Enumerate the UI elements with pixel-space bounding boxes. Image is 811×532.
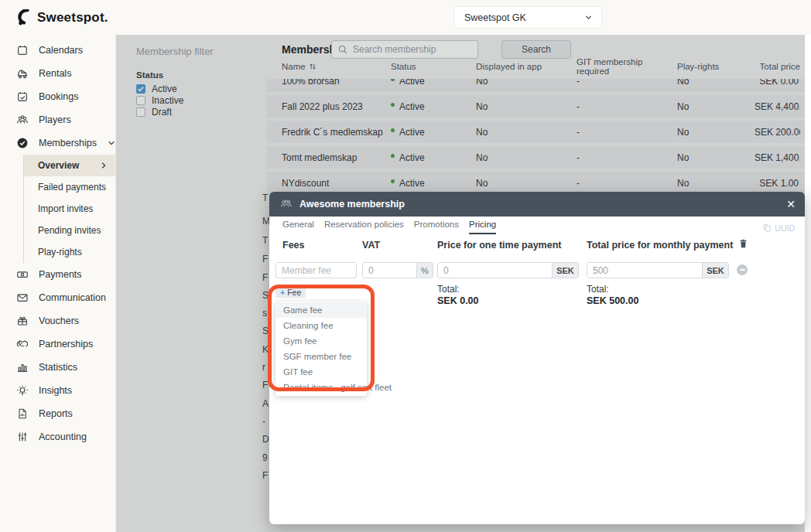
monthly-price-input-group: SEK [587,262,729,278]
modal-header: Awesome membership ✕ [269,192,805,217]
lightbulb-icon [16,384,29,397]
sidebar-subitem-label: Play-rights [38,247,82,257]
tab-reservation-policies[interactable]: Reservation policies [324,220,404,234]
tab-pricing[interactable]: Pricing [469,220,496,234]
sidebar-item-label: Calendars [39,45,83,56]
top-bar: Sweetspot. Sweetspot GK [0,0,811,35]
sidebar-item-label: Communication [39,292,106,303]
sidebar-item-reports[interactable]: Reports [0,402,115,425]
sidebar-item-vouchers[interactable]: Vouchers [0,309,115,332]
add-fee-button[interactable]: + Fee [275,286,306,298]
sidebar-subitem-label: Failed payments [38,182,106,193]
sidebar-item-label: Memberships [39,138,97,148]
bar-chart-icon [16,361,29,373]
sidebar-item-label: Bookings [39,91,78,102]
one-time-total-label: Total: [437,284,460,295]
membership-edit-modal: Awesome membership ✕ GeneralReservation … [269,192,805,524]
sidebar-item-pending-invites[interactable]: Pending invites [24,220,115,241]
fee-option-game-fee[interactable]: Game fee [275,302,367,318]
club-selector-dropdown[interactable]: Sweetspot GK [454,7,601,28]
tab-promotions[interactable]: Promotions [414,220,459,234]
remove-row-icon[interactable] [737,264,748,275]
fee-type-dropdown: Game feeCleaning feeGym feeSGF member fe… [275,302,367,396]
percent-suffix: % [416,263,433,278]
uuid-label: UUID [775,223,795,233]
players-icon [16,114,29,126]
sidebar-item-insights[interactable]: Insights [0,379,115,402]
sidebar-item-communication[interactable]: Communication [0,286,115,309]
trash-icon[interactable] [738,238,748,249]
fee-option-sgf-member-fee[interactable]: SGF member fee [275,349,367,364]
vat-input-group: % [362,262,433,278]
payments-icon [16,268,29,281]
add-fee-label: Fee [287,288,301,297]
calendar-icon [16,44,29,56]
sidebar-subitem-label: Pending invites [38,225,101,236]
golf-cart-icon [16,67,29,80]
sidebar-item-label: Rentals [39,68,71,79]
sidebar-item-failed-payments[interactable]: Failed payments [24,176,115,198]
handshake-icon [16,338,29,350]
one-time-price-input-group: SEK [437,262,579,278]
modal-tabs: GeneralReservation policiesPromotionsPri… [282,220,496,234]
close-icon[interactable]: ✕ [786,199,796,210]
monthly-total-value: SEK 500.00 [587,295,638,306]
members-group-icon [280,198,293,210]
tab-general[interactable]: General [282,220,314,234]
one-time-price-input[interactable] [438,263,552,278]
report-icon [16,408,29,420]
sidebar-item-label: Partnerships [39,339,93,350]
memberships-submenu: OverviewFailed paymentsImport invitesPen… [23,155,115,263]
sidebar-item-payments[interactable]: Payments [0,263,115,286]
monthly-price-input[interactable] [587,263,702,278]
fee-option-rental-items-golf-cart-fleet[interactable]: Rental items - golf cart fleet [275,380,367,395]
monthly-total-label: Total: [587,284,609,295]
sidebar-item-label: Statistics [39,362,77,373]
sidebar-subitem-label: Overview [38,160,79,171]
sidebar-item-partnerships[interactable]: Partnerships [0,332,115,356]
plus-icon: + [280,288,285,297]
sidebar-item-import-invites[interactable]: Import invites [24,198,115,220]
vat-input[interactable] [363,263,416,278]
chevron-down-icon [583,12,594,22]
sidebar-item-label: Accounting [39,431,87,442]
sidebar-item-label: Payments [39,269,82,280]
monthly-price-label: Total price for monthly payment [587,240,733,251]
fee-name-input[interactable] [275,262,357,278]
sweetspot-logo: Sweetspot. [17,9,108,26]
one-time-price-label: Price for one time payment [437,240,561,251]
one-time-total-value: SEK 0.00 [437,295,479,306]
vat-column-label: VAT [362,240,380,251]
sidebar-item-memberships[interactable]: Memberships [0,131,115,155]
sidebar-item-bookings[interactable]: Bookings [0,85,115,108]
fee-option-gym-fee[interactable]: Gym fee [275,333,367,349]
sidebar-item-label: Vouchers [39,315,79,326]
sidebar-item-overview[interactable]: Overview [24,155,115,176]
logo-text: Sweetspot. [37,10,108,26]
club-selector-value: Sweetspot GK [464,12,526,23]
chevron-down-icon [107,138,116,148]
sidebar-subitem-label: Import invites [38,203,93,214]
sidebar-item-calendars[interactable]: Calendars [0,39,115,62]
fee-option-git-fee[interactable]: GIT fee [275,364,367,380]
sek-suffix: SEK [702,263,728,278]
sidebar-item-statistics[interactable]: Statistics [0,356,115,379]
sliders-icon [16,431,29,443]
sweetspot-logo-icon [17,9,30,26]
gift-icon [16,315,29,327]
calendar-check-icon [16,90,29,103]
sidebar-item-rentals[interactable]: Rentals [0,62,115,85]
sidebar-item-players[interactable]: Players [0,108,115,131]
sidebar-item-play-rights[interactable]: Play-rights [24,241,115,263]
sidebar-item-label: Players [39,114,71,125]
modal-title: Awesome membership [299,199,405,210]
sidebar-item-accounting[interactable]: Accounting [0,425,115,448]
fee-option-cleaning-fee[interactable]: Cleaning fee [275,318,367,333]
sidebar-item-label: Reports [39,408,73,419]
chevron-right-icon [99,161,108,170]
uuid-copy-button[interactable]: UUID [762,223,795,233]
fees-column-label: Fees [282,240,305,251]
envelope-icon [16,292,29,304]
copy-icon [762,223,772,233]
membership-badge-icon [16,137,29,149]
